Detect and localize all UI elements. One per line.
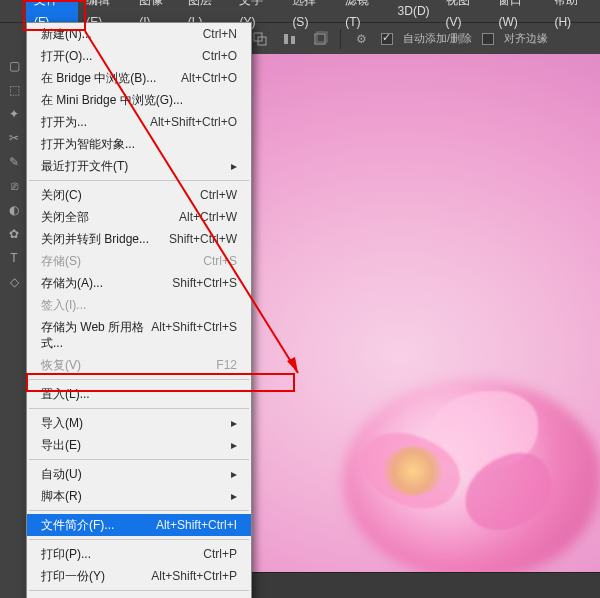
menu-separator: [29, 539, 249, 540]
menu-item-scripts[interactable]: 脚本(R) ▸: [27, 485, 251, 507]
menu-item-import[interactable]: 导入(M) ▸: [27, 412, 251, 434]
menu-item-save-web[interactable]: 存储为 Web 所用格式... Alt+Shift+Ctrl+S: [27, 316, 251, 354]
menu-item-label: 导入(M): [41, 415, 83, 431]
menu-item-label: 恢复(V): [41, 357, 81, 373]
menu-item-automate[interactable]: 自动(U) ▸: [27, 463, 251, 485]
menu-view[interactable]: 视图(V): [438, 0, 491, 33]
menu-item-label: 打印一份(Y): [41, 568, 105, 584]
menu-item-open[interactable]: 打开(O)... Ctrl+O: [27, 45, 251, 67]
menu-item-close[interactable]: 关闭(C) Ctrl+W: [27, 184, 251, 206]
menu-separator: [29, 510, 249, 511]
menu-separator: [29, 408, 249, 409]
menu-bar: 文件(F) 编辑(E) 图像(I) 图层(L) 文字(Y) 选择(S) 滤镜(T…: [0, 0, 600, 22]
submenu-arrow-icon: ▸: [231, 488, 237, 504]
menu-item-shortcut: Alt+Shift+Ctrl+O: [150, 114, 237, 130]
menu-item-close-goto-bridge[interactable]: 关闭并转到 Bridge... Shift+Ctrl+W: [27, 228, 251, 250]
menu-item-label: 置入(L)...: [41, 386, 90, 402]
menu-3d[interactable]: 3D(D): [390, 0, 438, 22]
menu-item-shortcut: F12: [216, 357, 237, 373]
pathops-icon[interactable]: [250, 29, 270, 49]
menu-item-file-info[interactable]: 文件简介(F)... Alt+Shift+Ctrl+I: [27, 514, 251, 536]
menu-item-export[interactable]: 导出(E) ▸: [27, 434, 251, 456]
menu-item-close-all[interactable]: 关闭全部 Alt+Ctrl+W: [27, 206, 251, 228]
submenu-arrow-icon: ▸: [231, 158, 237, 174]
menu-item-browse-mini-bridge[interactable]: 在 Mini Bridge 中浏览(G)...: [27, 89, 251, 111]
menu-item-exit[interactable]: 退出(X) Ctrl+Q: [27, 594, 251, 598]
menu-item-label: 关闭全部: [41, 209, 89, 225]
tool-generic[interactable]: ⎚: [0, 174, 28, 198]
checkbox-align-edges[interactable]: [482, 33, 494, 45]
submenu-arrow-icon: ▸: [231, 437, 237, 453]
menu-item-shortcut: Alt+Shift+Ctrl+S: [151, 319, 237, 351]
menu-item-label: 打开为智能对象...: [41, 136, 135, 152]
menu-item-save-as[interactable]: 存储为(A)... Shift+Ctrl+S: [27, 272, 251, 294]
menu-item-shortcut: Shift+Ctrl+S: [172, 275, 237, 291]
svg-rect-3: [291, 36, 295, 44]
tool-generic[interactable]: ✿: [0, 222, 28, 246]
tool-generic[interactable]: ✂: [0, 126, 28, 150]
toolbar-separator: [340, 29, 341, 49]
menu-separator: [29, 459, 249, 460]
menu-item-label: 新建(N)...: [41, 26, 92, 42]
submenu-arrow-icon: ▸: [231, 466, 237, 482]
tool-generic[interactable]: ▢: [0, 54, 28, 78]
menu-item-shortcut: Ctrl+P: [203, 546, 237, 562]
menu-item-shortcut: Ctrl+N: [203, 26, 237, 42]
align-icon[interactable]: [280, 29, 300, 49]
arrange-icon[interactable]: [310, 29, 330, 49]
label-auto-add-remove: 自动添加/删除: [403, 31, 472, 46]
menu-item-revert: 恢复(V) F12: [27, 354, 251, 376]
menu-item-label: 打印(P)...: [41, 546, 91, 562]
menu-item-label: 打开(O)...: [41, 48, 92, 64]
menu-item-label: 最近打开文件(T): [41, 158, 128, 174]
tool-generic[interactable]: ✎: [0, 150, 28, 174]
menu-item-label: 关闭(C): [41, 187, 82, 203]
menu-item-label: 自动(U): [41, 466, 82, 482]
gear-icon[interactable]: ⚙: [351, 29, 371, 49]
submenu-arrow-icon: ▸: [231, 415, 237, 431]
menu-item-shortcut: Ctrl+W: [200, 187, 237, 203]
menu-item-shortcut: Alt+Ctrl+O: [181, 70, 237, 86]
tool-generic[interactable]: ✦: [0, 102, 28, 126]
menu-item-save: 存储(S) Ctrl+S: [27, 250, 251, 272]
menu-item-label: 打开为...: [41, 114, 87, 130]
menu-window[interactable]: 窗口(W): [490, 0, 546, 33]
menu-item-shortcut: Alt+Shift+Ctrl+P: [151, 568, 237, 584]
menu-item-recent[interactable]: 最近打开文件(T) ▸: [27, 155, 251, 177]
file-menu-dropdown: 新建(N)... Ctrl+N 打开(O)... Ctrl+O 在 Bridge…: [26, 22, 252, 598]
menu-item-label: 脚本(R): [41, 488, 82, 504]
tool-generic[interactable]: ◐: [0, 198, 28, 222]
tools-panel: ▢ ⬚ ✦ ✂ ✎ ⎚ ◐ ✿ T ◇: [0, 54, 28, 598]
svg-rect-2: [284, 34, 288, 44]
menu-item-shortcut: Alt+Ctrl+W: [179, 209, 237, 225]
menu-item-open-as[interactable]: 打开为... Alt+Shift+Ctrl+O: [27, 111, 251, 133]
menu-item-print[interactable]: 打印(P)... Ctrl+P: [27, 543, 251, 565]
label-align-edges: 对齐边缘: [504, 31, 548, 46]
menu-item-shortcut: Alt+Shift+Ctrl+I: [156, 517, 237, 533]
menu-item-shortcut: Shift+Ctrl+W: [169, 231, 237, 247]
tool-generic[interactable]: T: [0, 246, 28, 270]
menu-separator: [29, 379, 249, 380]
menu-item-label: 存储为 Web 所用格式...: [41, 319, 151, 351]
menu-item-label: 签入(I)...: [41, 297, 86, 313]
menu-help[interactable]: 帮助(H): [546, 0, 600, 33]
tool-generic[interactable]: ◇: [0, 270, 28, 294]
menu-item-new[interactable]: 新建(N)... Ctrl+N: [27, 23, 251, 45]
menu-separator: [29, 590, 249, 591]
menu-item-browse-bridge[interactable]: 在 Bridge 中浏览(B)... Alt+Ctrl+O: [27, 67, 251, 89]
menu-item-print-one[interactable]: 打印一份(Y) Alt+Shift+Ctrl+P: [27, 565, 251, 587]
menu-item-label: 在 Bridge 中浏览(B)...: [41, 70, 156, 86]
menu-item-label: 存储(S): [41, 253, 81, 269]
tool-generic[interactable]: ⬚: [0, 78, 28, 102]
menu-item-label: 存储为(A)...: [41, 275, 103, 291]
menu-item-label: 导出(E): [41, 437, 81, 453]
menu-item-open-smart[interactable]: 打开为智能对象...: [27, 133, 251, 155]
menu-item-label: 在 Mini Bridge 中浏览(G)...: [41, 92, 183, 108]
menu-separator: [29, 180, 249, 181]
menu-item-label: 关闭并转到 Bridge...: [41, 231, 149, 247]
menu-item-label: 文件简介(F)...: [41, 517, 114, 533]
checkbox-auto-add-remove[interactable]: [381, 33, 393, 45]
menu-item-checkin: 签入(I)...: [27, 294, 251, 316]
menu-item-place[interactable]: 置入(L)...: [27, 383, 251, 405]
menu-item-shortcut: Ctrl+S: [203, 253, 237, 269]
